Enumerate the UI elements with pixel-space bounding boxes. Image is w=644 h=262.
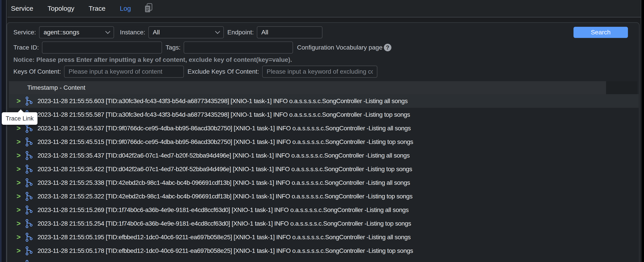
notice-text: Notice: Please press Enter after inputti… bbox=[14, 56, 292, 64]
trace-link-icon[interactable] bbox=[25, 151, 33, 160]
expand-chevron-icon[interactable]: > bbox=[16, 233, 23, 241]
filter-row-3: Keys Of Content: Exclude Keys Of Content… bbox=[14, 66, 628, 78]
trace-link-icon[interactable] bbox=[25, 97, 33, 106]
expand-chevron-icon[interactable]: > bbox=[16, 124, 23, 132]
endpoint-input[interactable] bbox=[257, 26, 322, 38]
service-select-value: agent::songs bbox=[44, 29, 79, 36]
trace-link-icon[interactable] bbox=[25, 206, 33, 214]
log-row[interactable]: > 2023-11-28 21:55:15.269 [TID:1f74b0c6-… bbox=[9, 203, 639, 217]
filter-row-2: Trace ID: Tags: Configuration Vocabulary… bbox=[14, 42, 628, 54]
endpoint-label: Endpoint: bbox=[228, 29, 254, 36]
log-row-text: 2023-11-28 21:55:05.178 [TID:efbbed12-1d… bbox=[38, 247, 413, 254]
log-row-text: 2023-11-28 21:55:15.269 [TID:1f74b0c6-a3… bbox=[38, 206, 408, 214]
instance-select[interactable]: All bbox=[148, 26, 224, 38]
log-row-text: 2023-11-28 21:55:45.515 [TID:9f0766dc-ce… bbox=[38, 138, 413, 146]
expand-chevron-icon[interactable]: > bbox=[16, 246, 23, 255]
log-row[interactable]: > 2023-11-28 21:55:45.515 [TID:9f0766dc-… bbox=[9, 135, 639, 149]
exclude-keys-input[interactable] bbox=[262, 66, 377, 78]
tab-log[interactable]: Log bbox=[120, 5, 131, 12]
left-accent-line bbox=[0, 0, 2, 262]
instance-select-value: All bbox=[153, 29, 160, 36]
log-row[interactable]: > 2023-11-28 21:55:25.338 [TID:42ebd2cb-… bbox=[9, 176, 639, 190]
table-header-label: Timestamp - Content bbox=[27, 84, 85, 91]
trace-link-icon[interactable] bbox=[25, 165, 33, 174]
expand-chevron-icon[interactable]: > bbox=[16, 165, 23, 173]
log-row[interactable]: > 2023-11-28 21:55:05.178 [TID:efbbed12-… bbox=[9, 244, 639, 258]
expand-chevron-icon[interactable]: > bbox=[16, 151, 23, 160]
expand-chevron-icon[interactable]: > bbox=[16, 178, 23, 187]
trace-link-icon[interactable] bbox=[25, 138, 33, 146]
exclude-keys-label: Exclude Keys Of Content: bbox=[188, 68, 259, 75]
log-row-text: 2023-11-28 21:55:35.437 [TID:d042f2a6-07… bbox=[38, 152, 410, 159]
log-row[interactable]: > 2023-11-28 21:55:25.322 [TID:42ebd2cb-… bbox=[9, 190, 639, 203]
expand-chevron-icon[interactable]: > bbox=[16, 97, 23, 105]
log-row-text: 2023-11-28 21:55:55.603 [TID:a30fc3ed-fc… bbox=[38, 98, 408, 105]
configuration-vocabulary-link[interactable]: Configuration Vocabulary page bbox=[297, 44, 382, 51]
service-select[interactable]: agent::songs bbox=[39, 26, 114, 38]
table-header-gutter bbox=[606, 81, 637, 94]
trace-link-icon[interactable] bbox=[25, 233, 33, 242]
copy-icon[interactable] bbox=[144, 3, 153, 14]
log-row-text: 2023-11-28 21:55:05.195 [TID:efbbed12-1d… bbox=[38, 234, 410, 241]
trace-link-icon[interactable] bbox=[25, 260, 33, 262]
table-header: Timestamp - Content bbox=[9, 81, 606, 94]
log-row-text: 2023-11-28 21:55:25.322 [TID:42ebd2cb-98… bbox=[38, 193, 412, 200]
tags-label: Tags: bbox=[166, 44, 180, 51]
trace-id-label: Trace ID: bbox=[14, 44, 39, 51]
left-edge-strip bbox=[0, 0, 7, 262]
top-nav: Service Topology Trace Log bbox=[7, 0, 641, 18]
expand-chevron-icon[interactable]: > bbox=[16, 260, 23, 262]
trace-link-icon[interactable] bbox=[25, 246, 33, 255]
log-row[interactable]: > 2023-11-28 21:55:35.437 [TID:d042f2a6-… bbox=[9, 149, 639, 162]
log-row-text: 2023-11-28 21:54:55.109 [TID:99abde99-c9… bbox=[38, 261, 409, 262]
log-row[interactable]: > 2023-11-28 21:54:55.109 [TID:99abde99-… bbox=[9, 258, 639, 262]
trace-link-icon[interactable] bbox=[25, 192, 33, 201]
help-icon[interactable]: ? bbox=[384, 44, 392, 51]
tab-trace[interactable]: Trace bbox=[88, 5, 106, 12]
log-row[interactable]: > 2023-11-28 21:55:55.603 [TID:a30fc3ed-… bbox=[9, 94, 639, 108]
tab-service[interactable]: Service bbox=[11, 5, 33, 12]
trace-link-icon[interactable] bbox=[25, 219, 33, 228]
log-row[interactable]: > 2023-11-28 21:55:35.422 [TID:d042f2a6-… bbox=[9, 162, 639, 176]
expand-chevron-icon[interactable]: > bbox=[16, 192, 23, 200]
log-row[interactable]: > 2023-11-28 21:55:55.587 [TID:a30fc3ed-… bbox=[9, 108, 639, 122]
log-row[interactable]: > 2023-11-28 21:55:05.195 [TID:efbbed12-… bbox=[9, 230, 639, 244]
keys-of-content-input[interactable] bbox=[64, 66, 184, 78]
log-row-text: 2023-11-28 21:55:15.254 [TID:1f74b0c6-a3… bbox=[38, 220, 411, 227]
expand-chevron-icon[interactable]: > bbox=[16, 219, 23, 228]
log-panel: Service: agent::songs Instance: All Endp… bbox=[7, 22, 640, 262]
log-row-text: 2023-11-28 21:55:45.537 [TID:9f0766dc-ce… bbox=[38, 125, 411, 132]
log-rows: > 2023-11-28 21:55:55.603 [TID:a30fc3ed-… bbox=[9, 94, 639, 262]
log-row-text: 2023-11-28 21:55:35.422 [TID:d042f2a6-07… bbox=[38, 166, 412, 173]
service-label: Service: bbox=[14, 29, 36, 36]
log-row[interactable]: > 2023-11-28 21:55:15.254 [TID:1f74b0c6-… bbox=[9, 217, 639, 230]
log-row-text: 2023-11-28 21:55:25.338 [TID:42ebd2cb-98… bbox=[38, 179, 410, 186]
trace-link-tooltip-text: Trace Link bbox=[6, 115, 34, 122]
log-row-text: 2023-11-28 21:55:55.587 [TID:a30fc3ed-fc… bbox=[38, 111, 410, 118]
chevron-down-icon bbox=[105, 29, 110, 34]
instance-label: Instance: bbox=[120, 29, 145, 36]
tab-topology[interactable]: Topology bbox=[48, 5, 74, 12]
search-button[interactable]: Search bbox=[574, 27, 628, 38]
trace-id-input[interactable] bbox=[42, 42, 162, 54]
expand-chevron-icon[interactable]: > bbox=[16, 206, 23, 214]
tags-input[interactable] bbox=[184, 42, 293, 54]
keys-of-content-label: Keys Of Content: bbox=[14, 68, 61, 75]
trace-link-icon[interactable] bbox=[25, 124, 33, 133]
trace-link-tooltip: Trace Link bbox=[2, 112, 38, 125]
trace-link-icon[interactable] bbox=[25, 178, 33, 187]
log-row[interactable]: > 2023-11-28 21:55:45.537 [TID:9f0766dc-… bbox=[9, 122, 639, 135]
filter-row-1: Service: agent::songs Instance: All Endp… bbox=[14, 26, 628, 38]
chevron-down-icon bbox=[215, 29, 220, 34]
right-edge-strip bbox=[641, 0, 644, 262]
expand-chevron-icon[interactable]: > bbox=[16, 138, 23, 146]
